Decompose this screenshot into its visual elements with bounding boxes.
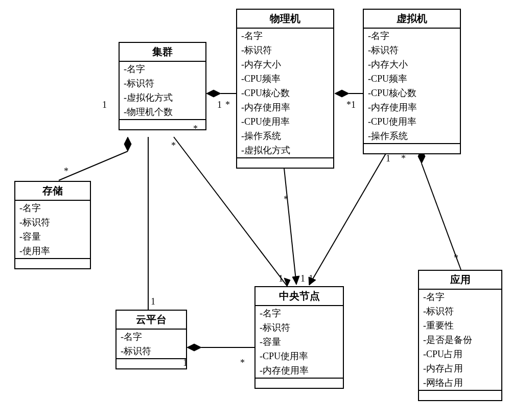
- attr: -CPU使用率: [256, 349, 343, 363]
- attr: -内存大小: [364, 57, 460, 72]
- attr: -内存使用率: [256, 363, 343, 378]
- mult-vm-app-star: *: [401, 153, 406, 164]
- attr: -CPU核心数: [364, 86, 460, 100]
- class-physical: 物理机 -名字 -标识符 -内存大小 -CPU频率 -CPU核心数 -内存使用率…: [236, 9, 334, 169]
- line-virtual-central: [309, 149, 388, 285]
- class-central: 中央节点 -名字 -标识符 -容量 -CPU使用率 -内存使用率: [254, 286, 344, 389]
- attr: -名字: [117, 330, 186, 344]
- class-cloud: 云平台 -名字 -标识符: [115, 310, 187, 369]
- mult-central-1r: 1: [309, 273, 313, 284]
- attr: -名字: [419, 290, 501, 304]
- mult-cluster-cloud-1: 1: [151, 296, 155, 307]
- mult-central-1l: 1: [278, 273, 283, 284]
- mult-central-1m: 1: [300, 273, 305, 284]
- class-app: 应用 -名字 -标识符 -重要性 -是否是备份 -CPU占用 -内存占用 -网络…: [418, 270, 502, 401]
- class-attrs-storage: -名字 -标识符 -容量 -使用率: [15, 201, 90, 259]
- line-cluster-storage: [59, 151, 128, 180]
- attr: -标识符: [364, 43, 460, 57]
- class-title-physical: 物理机: [237, 10, 333, 29]
- attr: -标识符: [117, 344, 186, 358]
- mult-cluster-phys-star: *: [225, 100, 230, 110]
- mult-phys-vm: *1: [346, 100, 356, 110]
- mult-vm-central-1: 1: [386, 153, 390, 164]
- class-attrs-cluster: -名字 -标识符 -虚拟化方式 -物理机个数: [120, 62, 205, 120]
- line-physical-central: [284, 164, 296, 285]
- mult-phys-central-star: *: [284, 194, 288, 205]
- attr: -标识符: [256, 320, 343, 335]
- class-ops: [419, 391, 501, 400]
- class-title-cloud: 云平台: [117, 311, 186, 330]
- class-storage: 存储 -名字 -标识符 -容量 -使用率: [14, 181, 91, 269]
- attr: -内存占用: [419, 361, 501, 376]
- attr: -操作系统: [237, 129, 333, 143]
- mult-cluster-inner-star: *: [193, 124, 198, 134]
- attr: -内存大小: [237, 57, 333, 72]
- attr: -标识符: [237, 43, 333, 57]
- attr: -标识符: [419, 304, 501, 318]
- class-title-app: 应用: [419, 271, 501, 290]
- attr: -使用率: [15, 244, 90, 258]
- diamond-physical-virtual: [335, 90, 349, 97]
- mult-cloud-1: 1: [183, 358, 188, 368]
- attr: -名字: [237, 29, 333, 43]
- class-ops: [256, 379, 343, 388]
- diamond-cluster-central: [284, 278, 290, 286]
- diamond-cluster-storage: [124, 137, 131, 151]
- class-cluster: 集群 -名字 -标识符 -虚拟化方式 -物理机个数: [119, 42, 206, 130]
- attr: -名字: [364, 29, 460, 43]
- attr: -CPU频率: [237, 72, 333, 86]
- mult-cluster-central-star: *: [171, 141, 176, 151]
- mult-cluster-phys-1: 1: [217, 100, 222, 110]
- class-title-cluster: 集群: [120, 43, 205, 62]
- mult-cluster-storage-1: 1: [102, 100, 107, 110]
- mult-app-star: *: [454, 253, 458, 264]
- class-attrs-app: -名字 -标识符 -重要性 -是否是备份 -CPU占用 -内存占用 -网络占用: [419, 290, 501, 391]
- attr: -CPU使用率: [237, 114, 333, 129]
- class-ops: [237, 158, 333, 168]
- class-ops: [117, 359, 186, 368]
- class-title-virtual: 虚拟机: [364, 10, 460, 29]
- attr: -网络占用: [419, 376, 501, 390]
- diamond-physical-central: [292, 276, 299, 285]
- class-title-storage: 存储: [15, 182, 90, 201]
- attr: -重要性: [419, 318, 501, 333]
- attr: -虚拟化方式: [237, 143, 333, 157]
- attr: -标识符: [15, 215, 90, 229]
- class-ops: [364, 144, 460, 153]
- attr: -虚拟化方式: [120, 90, 205, 105]
- attr: -内存使用率: [237, 100, 333, 114]
- diamond-cloud-central: [187, 344, 201, 351]
- attr: -CPU频率: [364, 72, 460, 86]
- attr: -CPU核心数: [237, 86, 333, 100]
- attr: -是否是备份: [419, 333, 501, 347]
- class-ops: [15, 259, 90, 268]
- class-attrs-cloud: -名字 -标识符: [117, 330, 186, 359]
- attr: -容量: [15, 229, 90, 244]
- attr: -名字: [15, 201, 90, 215]
- class-virtual: 虚拟机 -名字 -标识符 -内存大小 -CPU频率 -CPU核心数 -内存使用率…: [363, 9, 461, 154]
- attr: -物理机个数: [120, 105, 205, 119]
- attr: -CPU使用率: [364, 114, 460, 129]
- attr: -操作系统: [364, 129, 460, 143]
- attr: -CPU占用: [419, 347, 501, 361]
- class-ops: [120, 120, 205, 129]
- class-title-central: 中央节点: [256, 287, 343, 306]
- mult-cloud-star: *: [240, 358, 245, 368]
- attr: -内存使用率: [364, 100, 460, 114]
- attr: -容量: [256, 335, 343, 349]
- attr: -名字: [256, 306, 343, 320]
- class-attrs-central: -名字 -标识符 -容量 -CPU使用率 -内存使用率: [256, 306, 343, 379]
- class-attrs-virtual: -名字 -标识符 -内存大小 -CPU频率 -CPU核心数 -内存使用率 -CP…: [364, 29, 460, 144]
- diamond-cluster-physical: [206, 90, 221, 97]
- class-attrs-physical: -名字 -标识符 -内存大小 -CPU频率 -CPU核心数 -内存使用率 -CP…: [237, 29, 333, 158]
- attr: -名字: [120, 62, 205, 76]
- attr: -标识符: [120, 76, 205, 90]
- mult-cluster-storage-star: *: [64, 166, 68, 177]
